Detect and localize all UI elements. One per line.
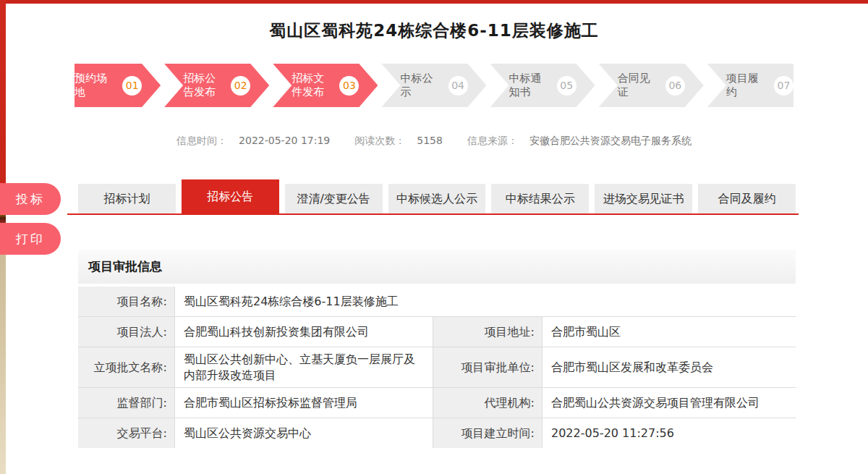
process-step-07: 项目履约07 xyxy=(707,64,793,107)
field-label: 立项批文名称: xyxy=(78,347,174,387)
tab-bar: 招标计划招标公告澄清/变更公告中标候选人公示中标结果公示进场交易见证书合同及履约 xyxy=(78,179,796,215)
field-value: 合肥市蜀山区发展和改革委员会 xyxy=(542,347,796,387)
tab-underline xyxy=(67,213,799,215)
step-label: 招标文件发布 xyxy=(292,72,333,99)
field-label: 代理机构: xyxy=(433,388,542,418)
process-step-06: 合同见证06 xyxy=(599,64,704,107)
step-label: 中标公示 xyxy=(400,72,441,99)
process-steps-bar: 预约场地01招标公告发布02招标文件发布03中标公示04中标通知书05合同见证0… xyxy=(75,64,793,107)
step-number-badge: 03 xyxy=(339,76,359,96)
process-step-01: 预约场地01 xyxy=(75,64,161,107)
section-header: 项目审批信息 xyxy=(78,250,796,284)
field-label: 监督部门: xyxy=(78,388,174,418)
tab-1[interactable]: 招标计划 xyxy=(78,184,176,215)
process-step-05: 中标通知书05 xyxy=(490,64,595,107)
page: 蜀山区蜀科苑24栋综合楼6-11层装修施工 预约场地01招标公告发布02招标文件… xyxy=(0,0,868,474)
info-source-value: 安徽合肥公共资源交易电子服务系统 xyxy=(529,135,692,146)
step-label: 中标通知书 xyxy=(509,72,550,99)
field-label: 交易平台: xyxy=(78,418,174,448)
process-step-02: 招标公告发布02 xyxy=(164,64,269,107)
info-time-label: 信息时间： xyxy=(176,135,227,146)
field-value: 蜀山区蜀科苑24栋综合楼6-11层装修施工 xyxy=(175,287,796,316)
step-label: 预约场地 xyxy=(75,72,116,99)
tab-6[interactable]: 进场交易见证书 xyxy=(595,184,692,215)
process-step-03: 招标文件发布03 xyxy=(273,64,378,107)
tab-4[interactable]: 中标候选人公示 xyxy=(388,184,486,215)
field-value: 合肥蜀山公共资源交易项目管理有限公司 xyxy=(542,388,796,418)
top-accent-bar xyxy=(0,0,868,4)
bid-button[interactable]: 投标 xyxy=(0,183,61,215)
project-approval-table: 项目名称:蜀山区蜀科苑24栋综合楼6-11层装修施工项目法人:合肥蜀山科技创新投… xyxy=(78,287,796,448)
step-label: 合同见证 xyxy=(618,72,659,99)
field-label: 项目法人: xyxy=(78,317,174,347)
print-button[interactable]: 打印 xyxy=(0,223,61,255)
read-count-value: 5158 xyxy=(417,135,443,146)
field-value: 蜀山区公共资源交易中心 xyxy=(175,418,433,448)
field-label: 项目建立时间: xyxy=(433,418,542,448)
step-number-badge: 06 xyxy=(665,76,685,96)
tab-5[interactable]: 中标结果公示 xyxy=(491,184,589,215)
info-meta-line: 信息时间：2022-05-20 17:19阅读次数：5158信息来源：安徽合肥公… xyxy=(0,135,868,148)
section-title: 项目审批信息 xyxy=(88,258,162,275)
field-value: 蜀山区公共创新中心、立基天厦负一层展厅及内部升级改造项目 xyxy=(175,347,433,387)
step-number-badge: 02 xyxy=(231,76,250,96)
field-value: 2022-05-20 11:27:56 xyxy=(542,418,796,448)
page-title: 蜀山区蜀科苑24栋综合楼6-11层装修施工 xyxy=(0,20,868,42)
step-number-badge: 07 xyxy=(774,76,793,96)
step-label: 招标公告发布 xyxy=(183,72,224,99)
field-label: 项目审批单位: xyxy=(433,347,542,387)
info-source-label: 信息来源： xyxy=(467,135,518,146)
process-step-04: 中标公示04 xyxy=(381,64,486,107)
read-count-label: 阅读次数： xyxy=(354,135,405,146)
field-label: 项目地址: xyxy=(433,317,542,347)
field-value: 合肥市蜀山区招标投标监督管理局 xyxy=(175,388,433,418)
tab-3[interactable]: 澄清/变更公告 xyxy=(285,184,383,215)
field-label: 项目名称: xyxy=(78,287,174,316)
step-number-badge: 05 xyxy=(557,76,576,96)
info-time-value: 2022-05-20 17:19 xyxy=(239,135,330,146)
step-label: 项目履约 xyxy=(726,72,767,99)
tab-7[interactable]: 合同及履约 xyxy=(698,184,796,215)
step-number-badge: 04 xyxy=(448,76,468,96)
step-number-badge: 01 xyxy=(122,76,142,96)
field-value: 合肥市蜀山区 xyxy=(542,317,796,347)
tab-2[interactable]: 招标公告 xyxy=(182,179,279,215)
field-value: 合肥蜀山科技创新投资集团有限公司 xyxy=(175,317,433,347)
